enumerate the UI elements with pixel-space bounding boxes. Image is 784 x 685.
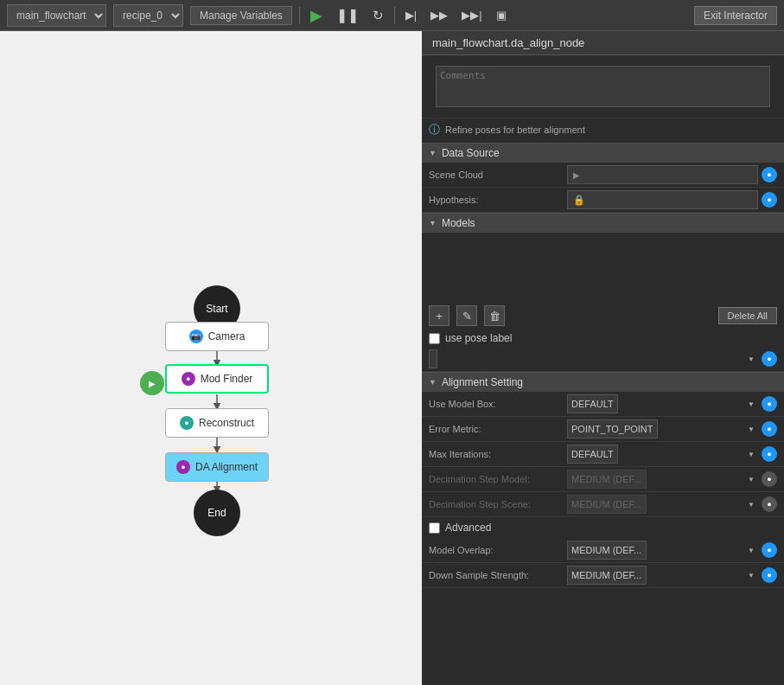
fast-forward-button[interactable]: ▶▶ — [427, 7, 451, 23]
hypothesis-link-button[interactable]: ● — [762, 192, 777, 208]
max-iterations-select-wrap: DEFAULT — [567, 445, 758, 464]
toolbar: main_flowchart recipe_0 Manage Variables… — [0, 0, 784, 31]
mod-finder-node[interactable]: ● Mod Finder — [165, 364, 269, 394]
scene-cloud-input[interactable]: ▶ — [567, 165, 758, 184]
error-metric-label: Error Metric: — [429, 424, 567, 434]
comments-row — [422, 55, 784, 118]
down-sample-strength-value: MEDIUM (DEF... ● — [567, 566, 777, 585]
recipe-select[interactable]: recipe_0 — [113, 4, 183, 27]
right-panel: main_flowchart.da_align_node ⓘ Refine po… — [422, 31, 784, 685]
lock-icon: 🔒 — [573, 195, 585, 206]
exit-interactor-button[interactable]: Exit Interactor — [694, 6, 777, 25]
reconstruct-node[interactable]: ● Reconstruct — [165, 408, 269, 438]
screenshot-button[interactable]: ▣ — [493, 7, 510, 23]
use-pose-label-row: use pose label — [422, 330, 784, 347]
models-area — [422, 233, 784, 302]
decimation-step-model-select-wrap: MEDIUM (DEF... — [567, 470, 758, 489]
decimation-step-scene-value: MEDIUM (DEF... ● — [567, 495, 777, 514]
mod-finder-rect: ● Mod Finder — [165, 364, 269, 394]
max-iterations-select[interactable]: DEFAULT — [567, 445, 618, 464]
down-sample-strength-select[interactable]: MEDIUM (DEF... — [567, 566, 647, 585]
skip-button[interactable]: ▶▶| — [458, 7, 485, 23]
decimation-step-model-label: Decimation Step Model: — [429, 474, 567, 484]
pose-link-button[interactable]: ● — [762, 351, 777, 367]
info-text: Refine poses for better alignment — [445, 125, 585, 135]
model-overlap-link-button[interactable]: ● — [762, 542, 777, 558]
play-button[interactable]: ▶ — [307, 4, 326, 27]
scene-cloud-label: Scene Cloud — [429, 170, 567, 180]
decimation-step-scene-select[interactable]: MEDIUM (DEF... — [567, 495, 647, 514]
reconstruct-rect: ● Reconstruct — [165, 408, 269, 438]
scene-cloud-value: ▶ ● — [567, 165, 777, 184]
mod-finder-icon: ● — [182, 372, 195, 386]
info-row: ⓘ Refine poses for better alignment — [422, 118, 784, 143]
manage-variables-button[interactable]: Manage Variables — [190, 6, 292, 25]
pose-select-row: ● — [422, 347, 784, 372]
hypothesis-row: Hypothesis: 🔒 ● — [422, 188, 784, 213]
error-metric-select-wrap: POINT_TO_POINT — [567, 419, 758, 439]
decimation-step-model-value: MEDIUM (DEF... ● — [567, 470, 777, 489]
decimation-step-scene-label: Decimation Step Scene: — [429, 499, 567, 509]
error-metric-value: POINT_TO_POINT ● — [567, 419, 777, 439]
edit-model-button[interactable]: ✎ — [456, 305, 477, 326]
data-source-arrow-icon: ▼ — [429, 149, 437, 157]
info-icon: ⓘ — [429, 122, 440, 138]
decimation-step-model-link-button[interactable]: ● — [762, 471, 777, 487]
decimation-step-scene-link-button[interactable]: ● — [762, 496, 777, 512]
hypothesis-input[interactable]: 🔒 — [567, 190, 758, 209]
decimation-step-scene-select-wrap: MEDIUM (DEF... — [567, 495, 758, 514]
scene-cloud-row: Scene Cloud ▶ ● — [422, 163, 784, 188]
flowchart-svg — [0, 31, 422, 685]
da-alignment-icon: ● — [176, 460, 190, 474]
pose-select[interactable] — [429, 349, 437, 368]
camera-icon: 📷 — [189, 330, 203, 343]
advanced-label: Advanced — [445, 522, 491, 534]
alignment-setting-section-header[interactable]: ▼ Alignment Setting — [422, 372, 784, 392]
decimation-step-model-select[interactable]: MEDIUM (DEF... — [567, 470, 647, 489]
advanced-checkbox[interactable] — [429, 522, 440, 534]
scene-cloud-link-button[interactable]: ● — [762, 167, 777, 182]
add-model-button[interactable]: + — [429, 305, 449, 326]
model-overlap-select-wrap: MEDIUM (DEF... — [567, 541, 758, 560]
delete-all-button[interactable]: Delete All — [718, 307, 777, 324]
play-overlay: ▶ — [140, 371, 164, 395]
alignment-setting-label: Alignment Setting — [442, 376, 523, 388]
camera-node[interactable]: 📷 Camera — [165, 322, 269, 351]
use-model-box-label: Use Model Box: — [429, 399, 567, 409]
separator2 — [394, 7, 395, 24]
advanced-row: Advanced — [422, 517, 784, 538]
da-alignment-node[interactable]: ● DA Alignment — [165, 452, 269, 482]
use-model-box-select-wrap: DEFAULT — [567, 394, 758, 413]
reset-button[interactable]: ↻ — [369, 6, 387, 25]
reconstruct-icon: ● — [180, 416, 194, 430]
down-sample-strength-row: Down Sample Strength: MEDIUM (DEF... ● — [422, 563, 784, 588]
comments-textarea[interactable] — [436, 66, 770, 107]
use-model-box-row: Use Model Box: DEFAULT ● — [422, 392, 784, 417]
panel-title: main_flowchart.da_align_node — [422, 31, 784, 55]
scene-cloud-arrow-icon: ▶ — [573, 170, 580, 180]
models-section-header[interactable]: ▼ Models — [422, 213, 784, 233]
data-source-section-header[interactable]: ▼ Data Source — [422, 143, 784, 163]
flowchart-select[interactable]: main_flowchart — [7, 4, 106, 27]
error-metric-link-button[interactable]: ● — [762, 421, 777, 437]
da-alignment-rect: ● DA Alignment — [165, 452, 269, 482]
max-iterations-value: DEFAULT ● — [567, 445, 777, 464]
max-iterations-link-button[interactable]: ● — [762, 446, 777, 462]
use-model-box-select[interactable]: DEFAULT — [567, 394, 618, 413]
use-model-box-link-button[interactable]: ● — [762, 396, 777, 412]
error-metric-select[interactable]: POINT_TO_POINT — [567, 419, 658, 439]
step-button[interactable]: ▶| — [402, 7, 420, 23]
pause-button[interactable]: ❚❚ — [333, 5, 362, 25]
delete-model-button[interactable]: 🗑 — [484, 305, 505, 326]
panel-body: ⓘ Refine poses for better alignment ▼ Da… — [422, 55, 784, 685]
down-sample-strength-link-button[interactable]: ● — [762, 567, 777, 583]
model-overlap-select[interactable]: MEDIUM (DEF... — [567, 541, 647, 560]
pose-select-wrap — [429, 349, 758, 368]
decimation-step-scene-row: Decimation Step Scene: MEDIUM (DEF... ● — [422, 492, 784, 517]
data-source-label: Data Source — [442, 147, 500, 159]
use-pose-label-checkbox[interactable] — [429, 333, 440, 344]
hypothesis-value: 🔒 ● — [567, 190, 777, 209]
main-content: Start 📷 Camera ● Mod Finder ▶ ● Reconstr… — [0, 31, 784, 685]
end-node[interactable]: End — [194, 490, 240, 536]
camera-rect: 📷 Camera — [165, 322, 269, 351]
